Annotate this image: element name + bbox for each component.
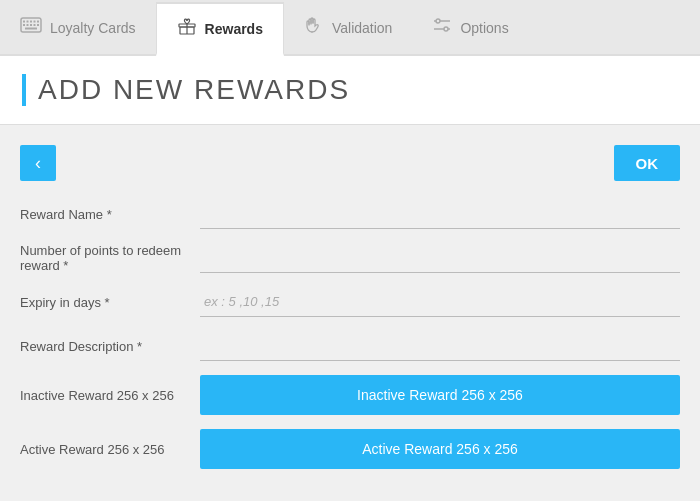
tab-validation[interactable]: Validation: [284, 2, 412, 56]
tab-rewards-label: Rewards: [205, 21, 263, 37]
input-expiry[interactable]: [200, 287, 680, 317]
svg-rect-7: [27, 24, 29, 26]
label-inactive-reward: Inactive Reward 256 x 256: [20, 388, 200, 403]
input-description[interactable]: [200, 331, 680, 361]
tab-bar: Loyalty Cards Rewards Validation: [0, 0, 700, 56]
page-title: ADD NEW REWARDS: [22, 74, 678, 106]
gift-icon: [177, 16, 197, 41]
keyboard-icon: [20, 17, 42, 38]
label-active-reward: Active Reward 256 x 256: [20, 442, 200, 457]
form-row-inactive-reward: Inactive Reward 256 x 256 Inactive Rewar…: [20, 375, 680, 415]
nav-row: ‹ OK: [20, 145, 680, 181]
hand-icon: [304, 15, 324, 40]
svg-rect-4: [34, 21, 36, 23]
form-row-expiry: Expiry in days *: [20, 287, 680, 317]
svg-rect-8: [30, 24, 32, 26]
tab-loyalty-cards[interactable]: Loyalty Cards: [0, 2, 156, 56]
tab-validation-label: Validation: [332, 20, 392, 36]
back-button[interactable]: ‹: [20, 145, 56, 181]
form-row-reward-name: Reward Name *: [20, 199, 680, 229]
form-row-description: Reward Description *: [20, 331, 680, 361]
form-row-active-reward: Active Reward 256 x 256 Active Reward 25…: [20, 429, 680, 469]
main-content: ‹ OK Reward Name * Number of points to r…: [0, 125, 700, 501]
svg-rect-2: [27, 21, 29, 23]
ok-button[interactable]: OK: [614, 145, 681, 181]
tab-options[interactable]: Options: [412, 2, 528, 56]
input-reward-name[interactable]: [200, 199, 680, 229]
upload-active-reward-button[interactable]: Active Reward 256 x 256: [200, 429, 680, 469]
form: Reward Name * Number of points to redeem…: [20, 199, 680, 469]
label-points: Number of points to redeem reward *: [20, 243, 200, 273]
label-description: Reward Description *: [20, 339, 200, 354]
sliders-icon: [432, 17, 452, 38]
svg-point-18: [444, 27, 448, 31]
svg-rect-11: [25, 28, 37, 30]
label-reward-name: Reward Name *: [20, 207, 200, 222]
upload-inactive-reward-button[interactable]: Inactive Reward 256 x 256: [200, 375, 680, 415]
form-row-points: Number of points to redeem reward *: [20, 243, 680, 273]
page-title-bar: ADD NEW REWARDS: [0, 56, 700, 125]
tab-options-label: Options: [460, 20, 508, 36]
tab-rewards[interactable]: Rewards: [156, 2, 284, 56]
svg-rect-6: [23, 24, 25, 26]
input-points[interactable]: [200, 243, 680, 273]
label-expiry: Expiry in days *: [20, 295, 200, 310]
tab-loyalty-cards-label: Loyalty Cards: [50, 20, 136, 36]
svg-rect-3: [30, 21, 32, 23]
svg-point-17: [436, 19, 440, 23]
svg-rect-1: [23, 21, 25, 23]
svg-rect-10: [37, 24, 39, 26]
svg-rect-9: [34, 24, 36, 26]
svg-rect-5: [37, 21, 39, 23]
